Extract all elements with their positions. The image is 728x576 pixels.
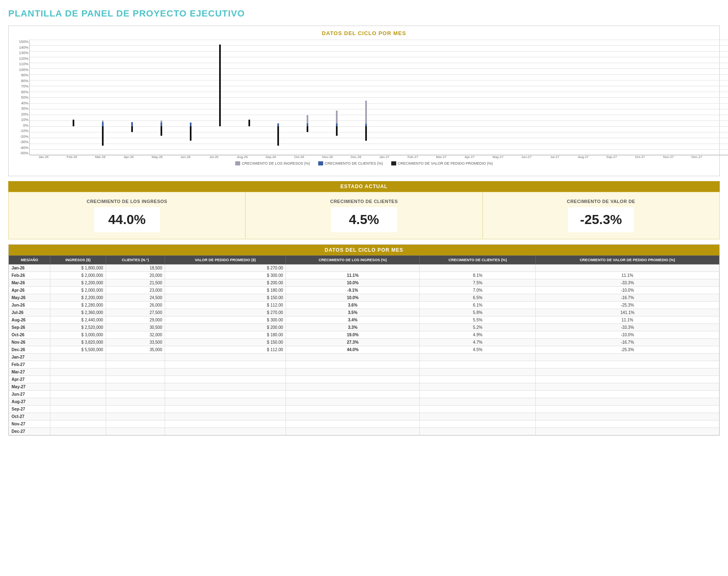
table-header-cell: VALOR DE PEDIDO PROMEDIO ($) bbox=[165, 256, 286, 264]
table-cell bbox=[106, 413, 165, 420]
table-cell bbox=[286, 420, 420, 428]
table-cell bbox=[106, 361, 165, 368]
bar bbox=[161, 123, 162, 126]
table-cell: 3.4% bbox=[286, 316, 420, 324]
table-cell bbox=[536, 420, 719, 428]
table-cell: 21,500 bbox=[106, 279, 165, 287]
table-cell: 29,000 bbox=[106, 316, 165, 324]
table-cell: 32,000 bbox=[106, 331, 165, 339]
table-cell: 8.1% bbox=[420, 272, 536, 279]
table-cell: 4.5% bbox=[420, 346, 536, 354]
bar bbox=[307, 126, 308, 132]
chart-section: DATOS DEL CICLO POR MES 150%140%130%120%… bbox=[8, 26, 720, 176]
table-cell bbox=[165, 398, 286, 406]
table-cell: 6.1% bbox=[420, 302, 536, 309]
table-cell: Oct-27 bbox=[9, 413, 50, 420]
table-row: Oct-26$ 3,000,00032,000$ 180.0019.0%4.9%… bbox=[9, 331, 719, 339]
table-cell: $ 3,000,000 bbox=[50, 331, 106, 339]
table-cell: 7.0% bbox=[420, 287, 536, 294]
table-cell: Jan-26 bbox=[9, 264, 50, 272]
bar bbox=[190, 126, 191, 141]
table-cell: 44.0% bbox=[286, 346, 420, 354]
bar-group bbox=[556, 40, 586, 155]
table-cell bbox=[50, 391, 106, 398]
table-cell: Jan-27 bbox=[9, 354, 50, 361]
table-cell: -33.3% bbox=[536, 279, 719, 287]
table-cell bbox=[286, 398, 420, 406]
table-cell: Sep-26 bbox=[9, 324, 50, 331]
table-cell: Mar-27 bbox=[9, 368, 50, 376]
table-cell bbox=[165, 413, 286, 420]
table-cell: 5.2% bbox=[420, 324, 536, 331]
table-cell bbox=[286, 428, 420, 435]
x-label: Nov-27 bbox=[654, 155, 683, 159]
bar-group bbox=[88, 40, 118, 155]
table-cell: 10.0% bbox=[286, 279, 420, 287]
table-cell bbox=[420, 376, 536, 383]
bar-group bbox=[673, 40, 702, 155]
table-cell bbox=[286, 406, 420, 413]
table-cell: $ 180.00 bbox=[165, 331, 286, 339]
table-cell bbox=[50, 398, 106, 406]
table-row: Nov-27 bbox=[9, 420, 719, 428]
table-cell: $ 3,820,000 bbox=[50, 339, 106, 346]
table-cell: -16.7% bbox=[536, 339, 719, 346]
legend-item: CRECIMIENTO DE LOS INGRESOS (%) bbox=[235, 161, 310, 165]
table-cell bbox=[165, 354, 286, 361]
table-cell bbox=[420, 413, 536, 420]
table-header-cell: INGRESOS ($) bbox=[50, 256, 106, 264]
table-cell bbox=[536, 354, 719, 361]
table-row: Aug-26$ 2,440,00029,000$ 300.003.4%5.5%1… bbox=[9, 316, 719, 324]
table-cell bbox=[106, 376, 165, 383]
table-cell bbox=[420, 398, 536, 406]
table-cell bbox=[420, 391, 536, 398]
table-cell: 27.3% bbox=[286, 339, 420, 346]
table-cell: $ 300.00 bbox=[165, 316, 286, 324]
table-cell bbox=[106, 420, 165, 428]
table-cell bbox=[420, 406, 536, 413]
table-cell: Apr-26 bbox=[9, 287, 50, 294]
table-cell: Sep-27 bbox=[9, 406, 50, 413]
table-cell: Aug-26 bbox=[9, 316, 50, 324]
bar-group bbox=[264, 40, 293, 155]
x-label: Dec-26 bbox=[342, 155, 370, 159]
table-cell: 20,000 bbox=[106, 272, 165, 279]
table-header-cell: CLIENTES (N.°) bbox=[106, 256, 165, 264]
bar bbox=[190, 123, 191, 126]
table-row: Feb-26$ 2,000,00020,000$ 300.0011.1%8.1%… bbox=[9, 272, 719, 279]
table-cell bbox=[106, 354, 165, 361]
bar bbox=[365, 101, 367, 126]
table-cell bbox=[50, 383, 106, 391]
bar-group bbox=[498, 40, 527, 155]
table-cell: 11.1% bbox=[536, 316, 719, 324]
table-row: Sep-27 bbox=[9, 406, 719, 413]
table-cell: $ 112.00 bbox=[165, 302, 286, 309]
kpi-value-box: 4.5% bbox=[331, 207, 397, 232]
table-row: Jan-27 bbox=[9, 354, 719, 361]
x-label: Aug-27 bbox=[569, 155, 598, 159]
table-cell: 27,500 bbox=[106, 309, 165, 316]
bar-group bbox=[352, 40, 381, 155]
table-cell bbox=[106, 391, 165, 398]
table-row: Feb-27 bbox=[9, 361, 719, 368]
kpi-card: CRECIMIENTO DE CLIENTES 4.5% bbox=[246, 192, 482, 239]
table-cell: -16.7% bbox=[536, 294, 719, 302]
bar-group bbox=[59, 40, 88, 155]
table-row: Apr-26$ 2,000,00023,000$ 180.00-9.1%7.0%… bbox=[9, 287, 719, 294]
bar-group bbox=[381, 40, 410, 155]
x-label: Mar-26 bbox=[86, 155, 115, 159]
x-label: Jun-27 bbox=[512, 155, 541, 159]
table-cell: 4.7% bbox=[420, 339, 536, 346]
kpi-label: CRECIMIENTO DE LOS INGRESOS bbox=[17, 199, 237, 204]
table-cell: 5.5% bbox=[420, 316, 536, 324]
bar-group bbox=[410, 40, 439, 155]
bar-group bbox=[702, 40, 728, 155]
table-row: Oct-27 bbox=[9, 413, 719, 420]
table-cell bbox=[165, 368, 286, 376]
table-cell bbox=[106, 406, 165, 413]
table-cell: Jun-26 bbox=[9, 302, 50, 309]
table-cell: 7.5% bbox=[420, 279, 536, 287]
table-row: Sep-26$ 2,520,00030,500$ 200.003.3%5.2%-… bbox=[9, 324, 719, 331]
table-cell bbox=[536, 406, 719, 413]
table-row: Dec-26$ 5,500,00035,000$ 112.0044.0%4.5%… bbox=[9, 346, 719, 354]
